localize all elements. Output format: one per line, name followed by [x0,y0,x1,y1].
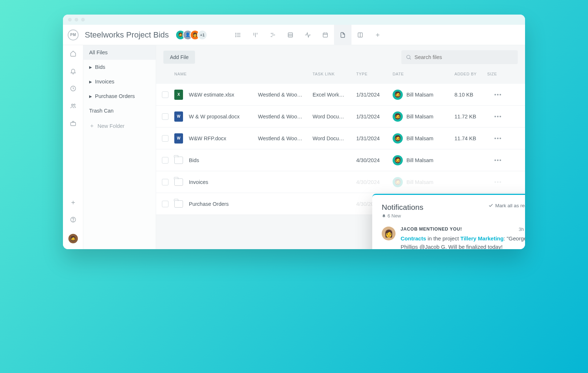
file-date: 1/31/2024 [356,136,393,141]
view-add-icon[interactable] [369,25,386,45]
file-name: W & W proposal.docx [189,114,258,119]
table-row[interactable]: XW&W estimate.xlsxWestlend & Woo…Excel W… [156,84,525,106]
notification-link[interactable]: Contracts [401,235,426,242]
col-size[interactable]: SIZE [487,72,509,76]
svg-line-32 [410,58,411,59]
svg-rect-26 [71,122,76,126]
tree-folder-bids[interactable]: ▶ Bids [83,60,156,74]
avatar: 🧔 [393,90,403,100]
tree-all-files[interactable]: All Files [83,45,156,60]
added-by: 🧔Bill Malsam [393,177,454,187]
task-link[interactable]: Westlend & Woo… [258,92,313,98]
tree-new-folder[interactable]: ＋ New Folder [83,118,156,134]
notification-link[interactable]: Tillery Marketing [460,235,504,242]
notifications-count: 6 New [382,213,423,219]
row-checkbox[interactable] [162,113,168,120]
tree-folder-invoices[interactable]: ▶ Invoices [83,74,156,89]
search-input[interactable] [414,54,513,60]
folder-icon [174,200,183,208]
file-name: Invoices [189,179,258,185]
notification-text: Contracts in the project Tillery Marketi… [401,234,525,250]
view-list-icon[interactable] [229,25,247,45]
briefcase-icon[interactable] [70,120,76,128]
avatar-more[interactable]: +1 [197,30,207,40]
view-split-icon[interactable] [351,25,369,45]
svg-point-3 [235,33,236,34]
table-row[interactable]: Bids4/30/2024🧔Bill Malsam••• [156,149,525,171]
avatar: 🧔 [393,133,403,144]
avatar: 🧔 [393,177,403,187]
table-row[interactable]: Invoices4/30/2024🧔Bill Malsam••• [156,171,525,193]
left-rail: 🧔 [63,45,83,249]
col-type[interactable]: TYPE [356,72,393,76]
task-link[interactable]: Westlend & Woo… [258,114,313,119]
file-type: Excel Work… [313,92,356,98]
window-titlebar [63,15,525,25]
add-file-button[interactable]: Add File [163,51,195,64]
row-actions-icon[interactable]: ••• [487,114,509,119]
view-board-icon[interactable] [247,25,264,45]
app-window: PM Steelworks Project Bids 🧔 👤 👩 +1 [63,15,525,249]
caret-icon: ▶ [89,65,92,69]
user-name: Bill Malsam [406,179,433,185]
row-actions-icon[interactable]: ••• [487,179,509,185]
row-actions-icon[interactable]: ••• [487,92,509,98]
view-tabs [229,25,386,45]
row-actions-icon[interactable]: ••• [487,136,509,141]
task-link[interactable]: Westlend & Woo… [258,136,313,141]
search-input-wrap[interactable] [401,50,518,64]
file-size: 11.74 KB [454,136,487,141]
help-icon[interactable] [70,216,76,224]
svg-rect-15 [323,33,327,37]
tree-trash[interactable]: Trash Can [83,103,156,118]
view-calendar-icon[interactable] [317,25,334,45]
avatar: 🧔 [393,155,403,165]
check-icon [488,203,493,208]
svg-rect-12 [288,33,293,37]
row-checkbox[interactable] [162,135,168,142]
col-task-link[interactable]: TASK LINK [313,72,356,76]
user-name: Bill Malsam [406,114,433,119]
added-by: 🧔Bill Malsam [393,155,454,165]
tree-label: Trash Can [89,108,114,114]
plus-icon[interactable] [70,200,76,207]
file-name: Purchase Orders [189,201,258,207]
view-sheet-icon[interactable] [282,25,299,45]
table-row[interactable]: WW & W proposal.docxWestlend & Woo…Word … [156,106,525,127]
window-control-close[interactable] [68,18,72,21]
row-checkbox[interactable] [162,201,168,207]
row-actions-icon[interactable]: ••• [487,157,509,163]
col-added-by[interactable]: ADDED BY [454,72,487,76]
file-name: W&W estimate.xlsx [189,92,258,98]
people-icon[interactable] [70,103,76,111]
svg-point-5 [235,36,236,37]
notification-item[interactable]: 👩 JACOB MENTIONED YOU! 3h Contracts in t… [382,227,525,250]
window-control-max[interactable] [81,18,85,21]
file-type: Word Docu… [313,136,356,141]
avatar: 👩 [382,227,396,240]
clock-icon[interactable] [70,85,76,93]
collaborator-avatars[interactable]: 🧔 👤 👩 +1 [175,30,207,40]
view-files-icon[interactable] [334,25,351,45]
home-icon[interactable] [70,50,76,58]
user-avatar[interactable]: 🧔 [68,234,78,243]
plus-icon: ＋ [89,122,95,129]
mark-all-read-button[interactable]: Mark all as read [488,203,525,208]
row-checkbox[interactable] [162,157,168,164]
col-date[interactable]: DATE [393,72,454,76]
svg-point-30 [73,221,73,221]
word-file-icon: W [174,111,183,122]
table-row[interactable]: WW&W RFP.docxWestlend & Woo…Word Docu…1/… [156,127,525,149]
topbar: PM Steelworks Project Bids 🧔 👤 👩 +1 [63,25,525,45]
row-checkbox[interactable] [162,179,168,185]
bell-icon [382,213,386,218]
window-control-min[interactable] [75,18,78,21]
added-by: 🧔Bill Malsam [393,111,454,122]
logo[interactable]: PM [63,30,83,40]
view-gantt-icon[interactable] [264,25,282,45]
bell-icon[interactable] [70,68,76,76]
tree-folder-purchase-orders[interactable]: ▶ Purchase Orders [83,89,156,103]
view-activity-icon[interactable] [299,25,317,45]
col-name[interactable]: NAME [174,72,258,76]
row-checkbox[interactable] [162,91,168,98]
